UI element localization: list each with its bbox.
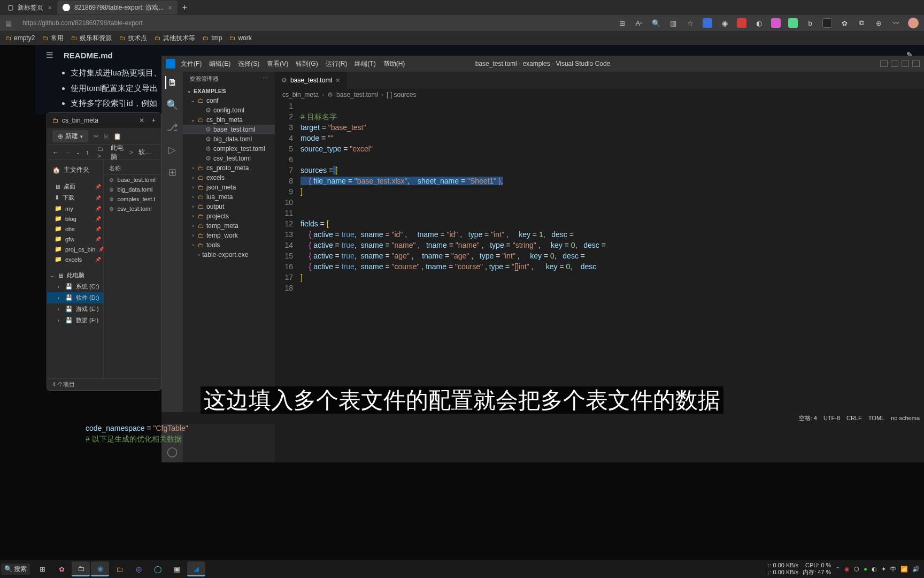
tree-folder[interactable]: ›🗀 tools	[183, 240, 275, 250]
tree-folder[interactable]: ›🗀 cs_proto_meta	[183, 163, 275, 173]
status-schema[interactable]: no schema	[891, 415, 920, 421]
drive-item[interactable]: ›💾游戏 (E:)	[47, 303, 103, 315]
status-lang[interactable]: TOML	[868, 415, 884, 421]
menu-item[interactable]: 选择(S)	[238, 59, 259, 69]
profile-avatar[interactable]	[908, 18, 919, 28]
close-icon[interactable]: ✕	[168, 5, 172, 11]
bookmark-6[interactable]: 🗀work	[229, 34, 251, 42]
browser-tab-1[interactable]: 821869798/table-export: 游戏... ✕	[57, 1, 178, 14]
file-item[interactable]: ⚙base_test.toml	[104, 175, 161, 185]
source-control-icon[interactable]: ⎇	[166, 121, 179, 134]
ext-icon-1[interactable]	[703, 18, 712, 28]
tree-folder[interactable]: ›🗀 projects	[183, 211, 275, 221]
new-tab-button[interactable]: +	[152, 117, 156, 124]
taskbar-app-1[interactable]: ✿	[52, 561, 71, 576]
project-name[interactable]: EXAMPLES	[194, 88, 226, 94]
chevron-up-icon[interactable]: ⌃	[835, 566, 840, 573]
bookmark-2[interactable]: 🗀娱乐和资源	[71, 34, 112, 43]
taskbar-terminal[interactable]: ▣	[168, 561, 186, 576]
paste-icon[interactable]: 📋	[113, 133, 121, 140]
quick-access-item[interactable]: 📁blog📌	[47, 214, 103, 224]
status-eol[interactable]: CRLF	[846, 415, 862, 421]
tree-file[interactable]: ⚙ complex_test.toml	[183, 144, 275, 154]
explorer-icon[interactable]: 🗎	[165, 76, 178, 89]
task-view-icon[interactable]: ⊞	[33, 561, 51, 576]
taskbar-edge[interactable]: ◉	[91, 561, 109, 576]
account-icon[interactable]: ◯	[166, 445, 179, 458]
taskbar-explorer[interactable]: 🗀	[72, 561, 90, 576]
drive-item[interactable]: ›💾软件 (D:)	[47, 292, 103, 303]
menu-item[interactable]: 查看(V)	[267, 59, 288, 69]
path-part-1[interactable]: 软件 (D:)	[138, 148, 156, 157]
quick-access-item[interactable]: 📁proj_cs_bin📌	[47, 244, 103, 254]
this-pc[interactable]: 此电脑	[67, 271, 84, 279]
menu-item[interactable]: 运行(R)	[326, 59, 348, 69]
quick-access-item[interactable]: 📁obs📌	[47, 224, 103, 234]
tree-file[interactable]: ⚙ base_test.toml	[183, 125, 275, 134]
run-debug-icon[interactable]: ▷	[166, 143, 179, 156]
new-tab-button[interactable]: +	[178, 3, 191, 12]
collections-icon[interactable]: ⊕	[874, 18, 883, 28]
tray-icon[interactable]: ◉	[844, 566, 850, 573]
chevron-down-icon[interactable]: ⌄	[76, 150, 80, 155]
bookmark-5[interactable]: 🗀tmp	[203, 34, 222, 42]
zoom-icon[interactable]: 🔍	[651, 18, 661, 28]
editor-tab[interactable]: ⚙ base_test.toml ✕	[275, 72, 347, 89]
menu-item[interactable]: 文件(F)	[181, 59, 202, 69]
quick-access-item[interactable]: 📁gfw📌	[47, 234, 103, 244]
tray-ime[interactable]: 中	[890, 565, 896, 573]
menu-item[interactable]: 帮助(H)	[383, 59, 405, 69]
tree-folder[interactable]: ›🗀 temp_work	[183, 231, 275, 240]
taskbar-app-3[interactable]: ◯	[149, 561, 167, 576]
path-part-0[interactable]: 此电脑	[111, 143, 124, 162]
app-icon[interactable]: ⊞	[617, 18, 627, 28]
ext-icon-9[interactable]: 〰	[891, 18, 900, 28]
taskbar-app-2[interactable]: ◎	[129, 561, 148, 576]
tree-file[interactable]: ⚙ big_data.toml	[183, 134, 275, 144]
up-icon[interactable]: ↑	[86, 149, 89, 156]
breadcrumb[interactable]: cs_bin_meta› ⚙base_test.toml› [ ] source…	[275, 89, 924, 101]
tree-folder[interactable]: ›🗀 json_meta	[183, 182, 275, 192]
record-icon[interactable]: ◉	[720, 18, 729, 28]
quick-access-item[interactable]: 📁my📌	[47, 203, 103, 214]
font-icon[interactable]: A»	[634, 18, 644, 28]
menu-icon[interactable]: ☰	[46, 50, 53, 60]
tree-folder[interactable]: ⌄🗀 cs_bin_meta	[183, 115, 275, 125]
tree-folder[interactable]: ⌄🗀 conf	[183, 96, 275, 105]
tray-icon[interactable]: ●	[864, 566, 867, 572]
close-icon[interactable]: ✕	[48, 5, 52, 11]
search-icon[interactable]: 🔍	[166, 98, 179, 111]
tree-folder[interactable]: ›🗀 output	[183, 202, 275, 211]
status-encoding[interactable]: UTF-8	[823, 415, 840, 421]
ext-icon-8[interactable]: ⧉	[857, 18, 866, 28]
copy-icon[interactable]: ⎘	[104, 133, 108, 140]
tray-icon[interactable]: ◐	[872, 566, 877, 573]
quick-access-item[interactable]: 🖥桌面📌	[47, 181, 103, 192]
explorer-tab-title[interactable]: cs_bin_meta	[62, 117, 98, 124]
browser-tab-0[interactable]: ▢ 新标签页 ✕	[2, 1, 57, 14]
file-item[interactable]: ⚙csv_test.toml	[104, 204, 161, 214]
bing-icon[interactable]: b	[805, 18, 815, 28]
site-info-icon[interactable]: ▤	[5, 19, 12, 27]
ext-icon-6[interactable]	[822, 18, 832, 28]
ext-icon-2[interactable]	[737, 18, 746, 28]
new-button[interactable]: ⊕ 新建 ▾	[52, 130, 88, 142]
forward-icon[interactable]: →	[64, 149, 71, 156]
taskbar-search[interactable]: 🔍 搜索	[1, 564, 30, 575]
menu-item[interactable]: 终端(T)	[355, 59, 375, 69]
reader-icon[interactable]: ▥	[668, 18, 678, 28]
bookmark-0[interactable]: 🗀empty2	[5, 34, 35, 42]
ext-icon-7[interactable]: ✿	[840, 18, 849, 28]
back-icon[interactable]: ←	[52, 149, 59, 156]
column-header[interactable]: 名称	[104, 162, 161, 175]
tray-volume-icon[interactable]: 🔊	[912, 566, 920, 573]
tray-wifi-icon[interactable]: 📶	[900, 566, 908, 573]
bookmark-4[interactable]: 🗀其他技术等	[155, 34, 195, 43]
tree-folder[interactable]: ›🗀 excels	[183, 173, 275, 182]
close-icon[interactable]: ✕	[139, 117, 144, 124]
tree-folder[interactable]: ›🗀 temp_meta	[183, 221, 275, 231]
ext-icon-4[interactable]	[771, 18, 781, 28]
file-item[interactable]: ⚙big_data.toml	[104, 185, 161, 194]
ext-icon-3[interactable]: ◐	[754, 18, 764, 28]
quick-access-item[interactable]: ⬇下载📌	[47, 192, 103, 203]
